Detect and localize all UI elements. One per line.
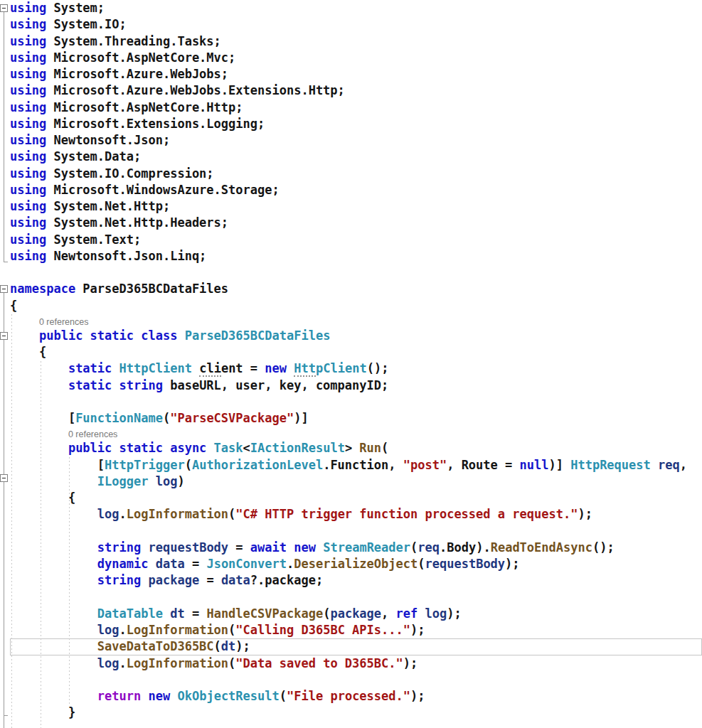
code-token: using	[10, 34, 46, 48]
code-line[interactable]: using Newtonsoft.Json.Linq;	[10, 248, 702, 264]
code-line[interactable]	[10, 394, 702, 410]
code-token: JsonConvert	[206, 557, 287, 571]
code-line[interactable]	[10, 589, 702, 606]
code-token: package	[149, 573, 200, 587]
code-line[interactable]: public static class ParseD365BCDataFiles	[10, 328, 702, 344]
code-token: string	[97, 540, 141, 555]
code-token	[10, 474, 97, 488]
code-line[interactable]: DataTable dt = HandleCSVPackage(package,…	[10, 606, 702, 622]
code-token: Microsoft.AspNetCore.Http;	[46, 100, 243, 114]
code-token: "Calling D365BC APIs..."	[235, 623, 410, 637]
code-token: string	[97, 573, 141, 587]
code-line[interactable]: log.LogInformation("Data saved to D365BC…	[10, 655, 702, 672]
code-line[interactable]	[10, 672, 702, 688]
code-token: HttpRequest	[570, 458, 651, 472]
code-area[interactable]: using System;using System.IO;using Syste…	[0, 0, 702, 728]
code-line[interactable]	[10, 722, 702, 728]
code-token	[141, 573, 148, 587]
code-token: data	[221, 573, 250, 587]
code-line[interactable]	[10, 523, 702, 540]
code-token: DeserializeObject	[294, 557, 418, 571]
fold-toggle-namespace[interactable]	[0, 285, 8, 293]
code-line[interactable]: using System.IO;	[10, 16, 702, 33]
code-line[interactable]: using System;	[10, 0, 702, 16]
code-token: ParseD365BCDataFiles	[75, 282, 228, 296]
code-line[interactable]: using System.Net.Http;	[10, 198, 702, 215]
code-token: Microsoft.AspNetCore.Mvc;	[46, 50, 235, 65]
code-line[interactable]: using System.Data;	[10, 149, 702, 165]
code-line[interactable]: using Microsoft.Azure.WebJobs.Extensions…	[10, 82, 702, 99]
code-line[interactable]: {	[10, 298, 702, 314]
code-line[interactable]: using Newtonsoft.Json;	[10, 132, 702, 149]
code-token: log	[156, 474, 178, 488]
code-token	[10, 441, 68, 455]
code-token: requestBody	[425, 557, 506, 571]
code-line[interactable]: using Microsoft.AspNetCore.Http;	[10, 100, 702, 116]
code-token: (	[323, 606, 330, 621]
codelens-line[interactable]: 0 references	[10, 314, 702, 328]
code-token: new	[265, 361, 287, 375]
code-token: static string	[68, 378, 163, 392]
code-token: dynamic	[97, 557, 149, 571]
code-line[interactable]: namespace ParseD365BCDataFiles	[10, 281, 702, 297]
code-token: cli	[199, 361, 221, 377]
codelens-line[interactable]: 0 references	[10, 427, 702, 440]
fold-toggle-usings[interactable]	[0, 4, 8, 12]
code-line[interactable]: return new OkObjectResult("File processe…	[10, 688, 702, 705]
code-line[interactable]: [HttpTrigger(AuthorizationLevel.Function…	[10, 457, 702, 473]
code-token: .Body).	[440, 540, 491, 555]
fold-toggle-class[interactable]	[0, 332, 8, 340]
code-token: }	[10, 705, 75, 719]
code-token: {	[10, 345, 46, 359]
code-line[interactable]	[10, 264, 702, 281]
code-line[interactable]: [FunctionName("ParseCSVPackage")]	[10, 410, 702, 427]
code-line[interactable]: string requestBody = await new StreamRea…	[10, 540, 702, 556]
code-line[interactable]: {	[10, 344, 702, 360]
code-token: =	[199, 573, 221, 587]
code-token: );	[447, 606, 461, 621]
code-token	[418, 606, 425, 621]
code-token: using	[10, 166, 46, 181]
code-line[interactable]: using System.IO.Compression;	[10, 166, 702, 182]
code-line[interactable]: string package = data?.package;	[10, 572, 702, 589]
code-token: ,	[680, 458, 687, 472]
code-line[interactable]: using System.Text;	[10, 232, 702, 248]
code-line[interactable]: static string baseURL, user, key, compan…	[10, 378, 702, 394]
code-line[interactable]: }	[10, 705, 702, 721]
code-line[interactable]: log.LogInformation("C# HTTP trigger func…	[10, 506, 702, 523]
code-line[interactable]: using System.Threading.Tasks;	[10, 33, 702, 50]
indent-guide-namespace	[11, 314, 12, 728]
code-token: (	[228, 656, 235, 670]
code-token: System.Net.Http.Headers;	[46, 215, 228, 230]
code-token: data	[156, 557, 185, 571]
code-token: System.Text;	[46, 232, 141, 247]
code-line[interactable]: using Microsoft.Azure.WebJobs;	[10, 66, 702, 82]
code-token: Run	[359, 441, 381, 455]
code-token	[287, 361, 294, 375]
code-line[interactable]: log.LogInformation("Calling D365BC APIs.…	[10, 622, 702, 638]
code-editor[interactable]: using System;using System.IO;using Syste…	[0, 0, 702, 728]
fold-toggle-method[interactable]	[0, 474, 8, 482]
code-line[interactable]: static HttpClient client = new HttpClien…	[10, 360, 702, 377]
code-line[interactable]: using Microsoft.AspNetCore.Mvc;	[10, 50, 702, 66]
codelens-references-link[interactable]: 0 references	[10, 316, 88, 329]
code-line[interactable]: SaveDataToD365BC(dt);	[10, 638, 702, 655]
code-line[interactable]: dynamic data = JsonConvert.DeserializeOb…	[10, 556, 702, 572]
indent-guide-class	[41, 361, 41, 728]
code-token: HttpClient	[119, 361, 192, 375]
code-line[interactable]: {	[10, 490, 702, 506]
code-token	[141, 689, 148, 703]
code-token: using	[10, 67, 46, 81]
code-token: Microsoft.WindowsAzure.Storage;	[46, 183, 280, 197]
code-token: System.IO.Compression;	[46, 166, 213, 181]
code-token: static	[68, 361, 112, 375]
code-line[interactable]: using Microsoft.Extensions.Logging;	[10, 116, 702, 132]
code-token	[163, 606, 170, 621]
code-line[interactable]: public static async Task<IActionResult> …	[10, 440, 702, 456]
code-line[interactable]: using System.Net.Http.Headers;	[10, 215, 702, 231]
code-line[interactable]: ILogger log)	[10, 473, 702, 490]
code-line[interactable]: using Microsoft.WindowsAzure.Storage;	[10, 182, 702, 198]
code-token: public static class	[39, 328, 177, 343]
code-token	[148, 557, 155, 571]
code-token: using	[10, 17, 46, 31]
